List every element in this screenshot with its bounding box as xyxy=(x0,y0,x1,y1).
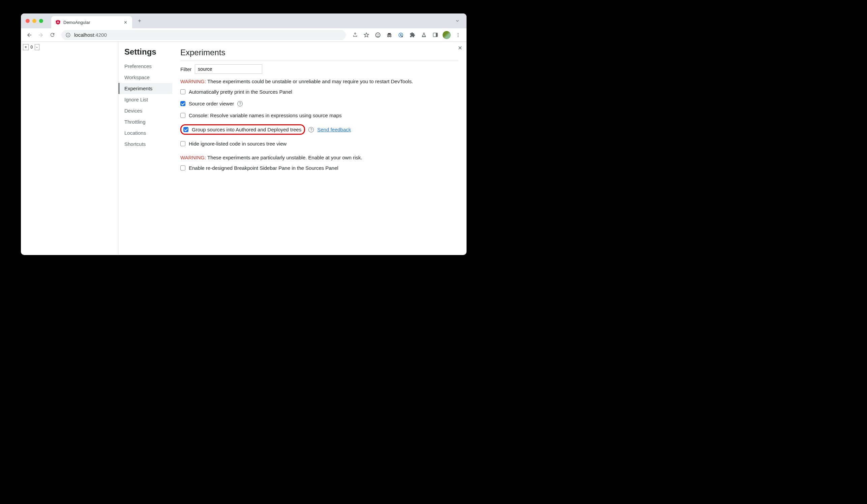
browser-window: DemoAngular ✕ + localhost:4200 xyxy=(21,13,467,255)
svg-point-14 xyxy=(458,33,459,34)
checkbox-breakpoint-sidebar[interactable] xyxy=(180,165,185,171)
experiment-label: Source order viewer xyxy=(189,101,234,107)
experiment-console-resolve: Console: Resolve variable names in expre… xyxy=(180,112,459,118)
warning-text-2: WARNING: These experiments are particula… xyxy=(180,155,459,160)
toolbar-actions xyxy=(350,30,463,40)
experiment-label: Console: Resolve variable names in expre… xyxy=(189,112,342,118)
experiment-label: Automatically pretty print in the Source… xyxy=(189,89,292,95)
experiment-hide-ignore: Hide ignore-listed code in sources tree … xyxy=(180,141,459,146)
back-button[interactable] xyxy=(24,30,34,40)
extension-incognito-icon[interactable] xyxy=(384,30,394,40)
window-minimize-button[interactable] xyxy=(32,19,36,23)
svg-rect-2 xyxy=(68,35,68,36)
tab-title: DemoAngular xyxy=(63,20,120,25)
nav-experiments[interactable]: Experiments xyxy=(118,83,172,94)
settings-main: Experiments Filter WARNING: These experi… xyxy=(172,42,467,255)
counter-value: 0 xyxy=(30,45,33,50)
angular-icon xyxy=(55,20,61,25)
svg-point-1 xyxy=(68,34,68,34)
increment-button[interactable]: + xyxy=(23,44,29,50)
filter-label: Filter xyxy=(180,66,192,72)
content-area: + 0 - ✕ Settings Preferences Workspace E… xyxy=(21,42,467,255)
experiment-group-sources: Group sources into Authored and Deployed… xyxy=(180,124,459,135)
extension-pin-icon[interactable] xyxy=(396,30,406,40)
nav-locations[interactable]: Locations xyxy=(118,127,172,139)
window-maximize-button[interactable] xyxy=(39,19,43,23)
browser-tab[interactable]: DemoAngular ✕ xyxy=(51,16,132,28)
nav-ignore-list[interactable]: Ignore List xyxy=(118,94,172,105)
chevron-down-icon[interactable] xyxy=(452,16,462,26)
checkbox-console-resolve[interactable] xyxy=(180,113,185,118)
help-icon[interactable]: ? xyxy=(237,101,243,107)
svg-point-11 xyxy=(402,36,403,37)
share-icon[interactable] xyxy=(350,30,360,40)
nav-preferences[interactable]: Preferences xyxy=(118,61,172,72)
reload-button[interactable] xyxy=(47,30,57,40)
labs-icon[interactable] xyxy=(419,30,429,40)
tab-close-button[interactable]: ✕ xyxy=(123,20,128,25)
experiment-label: Hide ignore-listed code in sources tree … xyxy=(189,141,287,146)
page-content: + 0 - xyxy=(21,42,118,255)
settings-title: Settings xyxy=(118,47,172,61)
forward-button[interactable] xyxy=(36,30,46,40)
checkbox-hide-ignore[interactable] xyxy=(180,141,185,146)
window-close-button[interactable] xyxy=(25,19,30,23)
experiments-heading: Experiments xyxy=(180,48,459,61)
url-text: localhost:4200 xyxy=(74,32,107,38)
svg-point-15 xyxy=(458,34,459,35)
svg-rect-13 xyxy=(436,33,437,37)
menu-icon[interactable] xyxy=(453,30,463,40)
side-panel-icon[interactable] xyxy=(430,30,440,40)
svg-point-16 xyxy=(458,36,459,37)
svg-rect-6 xyxy=(387,34,392,35)
info-icon xyxy=(65,32,71,38)
svg-point-7 xyxy=(388,35,389,37)
checkbox-source-order[interactable] xyxy=(180,101,185,106)
browser-toolbar: localhost:4200 xyxy=(21,28,467,42)
devtools-panel: ✕ Settings Preferences Workspace Experim… xyxy=(118,42,467,255)
svg-point-4 xyxy=(377,34,377,35)
highlight-annotation: Group sources into Authored and Deployed… xyxy=(180,124,305,135)
experiment-breakpoint-sidebar: Enable re-designed Breakpoint Sidebar Pa… xyxy=(180,165,459,171)
help-icon[interactable]: ? xyxy=(309,127,314,132)
experiment-label: Group sources into Authored and Deployed… xyxy=(192,127,301,132)
warning-text-1: WARNING: These experiments could be unst… xyxy=(180,78,459,84)
nav-throttling[interactable]: Throttling xyxy=(118,116,172,127)
nav-devices[interactable]: Devices xyxy=(118,105,172,116)
checkbox-pretty-print[interactable] xyxy=(180,89,185,94)
filter-row: Filter xyxy=(180,64,459,74)
tab-bar: DemoAngular ✕ + xyxy=(21,13,467,28)
experiment-pretty-print: Automatically pretty print in the Source… xyxy=(180,89,459,95)
svg-point-5 xyxy=(378,34,379,35)
filter-input[interactable] xyxy=(195,64,262,74)
close-button[interactable]: ✕ xyxy=(457,44,463,51)
experiment-source-order: Source order viewer ? xyxy=(180,101,459,107)
nav-workspace[interactable]: Workspace xyxy=(118,72,172,83)
svg-point-8 xyxy=(390,35,391,37)
extensions-icon[interactable] xyxy=(407,30,417,40)
decrement-button[interactable]: - xyxy=(35,44,40,50)
traffic-lights xyxy=(25,19,43,23)
address-bar[interactable]: localhost:4200 xyxy=(61,30,346,40)
send-feedback-link[interactable]: Send feedback xyxy=(317,127,351,132)
checkbox-group-sources[interactable] xyxy=(183,127,189,132)
nav-shortcuts[interactable]: Shortcuts xyxy=(118,139,172,150)
settings-sidebar: Settings Preferences Workspace Experimen… xyxy=(118,42,172,255)
extension-smiley-icon[interactable] xyxy=(373,30,383,40)
new-tab-button[interactable]: + xyxy=(135,16,144,25)
experiment-label: Enable re-designed Breakpoint Sidebar Pa… xyxy=(189,165,339,171)
svg-point-10 xyxy=(400,34,402,36)
svg-point-3 xyxy=(375,33,380,37)
star-icon[interactable] xyxy=(361,30,372,40)
profile-avatar[interactable] xyxy=(442,30,452,40)
